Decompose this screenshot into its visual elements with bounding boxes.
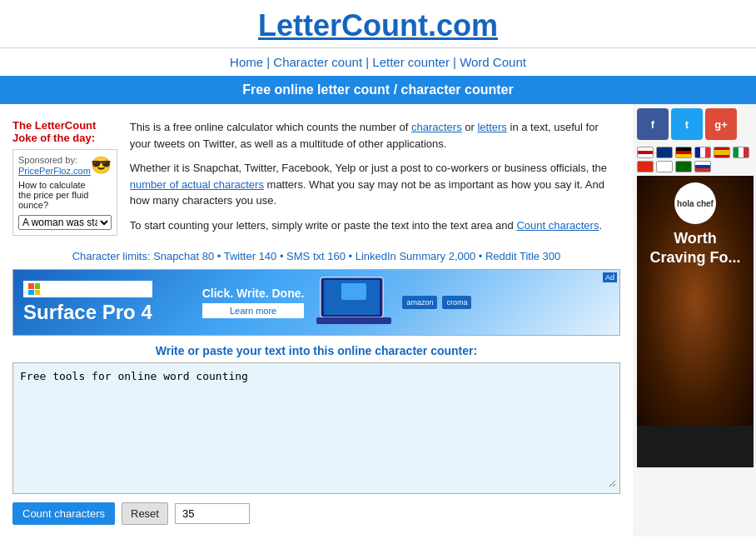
letters-link[interactable]: letters: [477, 121, 506, 133]
ad-banner: Ad Microsoft Surface Surface Pro 4 Click…: [12, 269, 620, 336]
svg-rect-2: [341, 283, 366, 300]
controls-row: Count characters Reset: [12, 499, 620, 528]
croma-badge: croma: [442, 296, 471, 309]
ad-google-label: Ad: [603, 272, 617, 282]
ad-title: Surface Pro 4: [23, 301, 152, 324]
text-area-wrapper: Free tools for online word counting: [12, 362, 620, 494]
ad-right: Click. Write. Done. Learn more: [169, 287, 305, 318]
flag-de[interactable]: [675, 147, 692, 158]
flag-cn[interactable]: [637, 161, 654, 172]
count-characters-button[interactable]: Count characters: [12, 502, 115, 525]
nav-sep-1: |: [266, 55, 270, 69]
sponsor-link[interactable]: PricePerFloz.com: [18, 166, 91, 176]
hola-chef-logo: hola chef: [674, 182, 716, 224]
flag-fr[interactable]: [694, 147, 711, 158]
right-ad-panel: hola chef Worth Craving Fo...: [637, 176, 754, 467]
joke-section: The LetterCount Joke of the day: Sponsor…: [12, 119, 117, 242]
nav-sep-2: |: [366, 55, 369, 69]
flag-jp[interactable]: [656, 161, 673, 172]
count-display[interactable]: [175, 503, 250, 524]
characters-link[interactable]: characters: [411, 121, 462, 133]
site-header: LetterCount.com: [0, 0, 756, 48]
flag-us[interactable]: [637, 147, 654, 158]
actual-chars-link[interactable]: number of actual characters: [130, 178, 264, 191]
joke-box: Sponsored by: PricePerFloz.com How to ca…: [12, 149, 117, 236]
amazon-badge: amazon: [402, 296, 437, 309]
ms-square-icon: [28, 283, 40, 295]
right-ad-image: hola chef Worth Craving Fo...: [637, 176, 754, 426]
nav-home[interactable]: Home: [230, 55, 263, 69]
twitter-button[interactable]: t: [671, 108, 703, 140]
char-limits: Character limits: Snapchat 80 • Twitter …: [12, 250, 620, 262]
nav-letter-counter[interactable]: Letter counter: [372, 55, 450, 69]
ad-tagline: Click. Write. Done.: [202, 287, 305, 300]
nav-sep-3: |: [453, 55, 456, 69]
ms-logo: Microsoft Surface: [23, 281, 152, 297]
reset-button[interactable]: Reset: [122, 502, 168, 525]
content-area: The LetterCount Joke of the day: Sponsor…: [0, 104, 756, 537]
left-panel: The LetterCount Joke of the day: Sponsor…: [0, 104, 633, 537]
language-flags: [637, 147, 752, 172]
right-panel: f t g+ hola chef Worth Craving Fo...: [633, 104, 756, 537]
nav-word-count[interactable]: Word Count: [460, 55, 526, 69]
joke-dropdown[interactable]: A woman was standing: [18, 215, 112, 230]
nav-character-count[interactable]: Character count: [273, 55, 362, 69]
flag-ru[interactable]: [694, 161, 711, 172]
ad-worth-text: Worth Craving Fo...: [649, 229, 740, 268]
sponsor-label: Sponsored by:: [18, 155, 91, 165]
description-text: This is a free online calculator which c…: [130, 119, 620, 242]
site-title-link[interactable]: LetterCount.com: [258, 8, 498, 43]
main-nav: Home | Character count | Letter counter …: [0, 48, 756, 76]
joke-title: The LetterCount Joke of the day:: [12, 119, 117, 144]
ad-badges: amazon croma: [402, 296, 471, 309]
flag-pt[interactable]: [675, 161, 692, 172]
sponsor-desc: How to calculate the price per fluid oun…: [18, 180, 91, 210]
sponsor-icon: 😎: [91, 155, 112, 175]
write-prompt: Write or paste your text into this onlin…: [12, 344, 620, 357]
svg-rect-3: [316, 317, 391, 324]
count-chars-link[interactable]: Count characters: [516, 219, 599, 232]
flag-gb[interactable]: [656, 147, 673, 158]
laptop-illustration: [312, 273, 395, 332]
facebook-button[interactable]: f: [637, 108, 669, 140]
main-banner: Free online letter count / character cou…: [0, 76, 756, 104]
flag-es[interactable]: [714, 147, 730, 158]
main-textarea[interactable]: Free tools for online word counting: [17, 367, 616, 487]
flag-it[interactable]: [733, 147, 749, 158]
googleplus-button[interactable]: g+: [705, 108, 737, 140]
social-icons: f t g+: [637, 108, 752, 140]
ad-learn-more-button[interactable]: Learn more: [202, 303, 305, 318]
ad-left: Microsoft Surface Surface Pro 4: [23, 281, 152, 324]
